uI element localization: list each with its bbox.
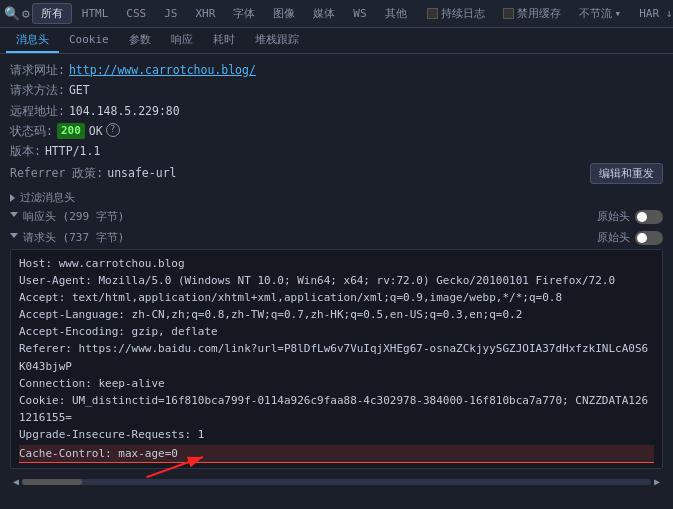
request-headers-body: Host: www.carrotchou.blog User-Agent: Mo… xyxy=(10,249,663,469)
request-headers-toggle[interactable]: 请求头 (737 字节) xyxy=(10,230,124,245)
tab-xhr[interactable]: XHR xyxy=(187,5,223,22)
tab-js[interactable]: JS xyxy=(156,5,185,22)
status-row: 状态码: 200 OK ? xyxy=(10,123,663,140)
header-line-useragent: User-Agent: Mozilla/5.0 (Windows NT 10.0… xyxy=(19,272,654,289)
status-text: OK xyxy=(89,123,103,140)
subtab-stack[interactable]: 堆栈跟踪 xyxy=(245,28,309,53)
scrollbar-track[interactable] xyxy=(22,479,651,485)
url-value[interactable]: http://www.carrotchou.blog/ xyxy=(69,62,256,79)
version-row: 版本: HTTP/1.1 xyxy=(10,143,663,160)
referrer-label: Referrer 政策: xyxy=(10,165,103,182)
header-line-accept-lang: Accept-Language: zh-CN,zh;q=0.8,zh-TW;q=… xyxy=(19,306,654,323)
status-help-icon[interactable]: ? xyxy=(106,123,120,137)
search-icon[interactable]: 🔍 xyxy=(4,4,20,24)
status-badge: 200 xyxy=(57,123,85,140)
cache-control-container: Cache-Control: max-age=0 xyxy=(19,445,654,463)
request-headers-toggle-switch: 原始头 xyxy=(597,230,663,245)
request-headers-label: 请求头 (737 字节) xyxy=(23,230,124,245)
subtab-headers[interactable]: 消息头 xyxy=(6,28,59,53)
subtab-response[interactable]: 响应 xyxy=(161,28,203,53)
request-toggle-label: 原始头 xyxy=(597,230,630,245)
tab-font[interactable]: 字体 xyxy=(225,4,263,23)
version-label: 版本: xyxy=(10,143,41,160)
throttle-btn[interactable]: 不节流 ▾ xyxy=(571,3,630,24)
header-line-referer: Referer: https://www.baidu.com/link?url=… xyxy=(19,340,654,374)
header-line-cache: Cache-Control: max-age=0 xyxy=(19,445,654,463)
response-headers-toggle-switch: 原始头 xyxy=(597,209,663,224)
version-value: HTTP/1.1 xyxy=(45,143,100,160)
request-headers-section: 请求头 (737 字节) 原始头 Host: www.carrotchou.bl… xyxy=(10,230,663,469)
method-value: GET xyxy=(69,82,90,99)
response-toggle-label: 原始头 xyxy=(597,209,630,224)
url-label: 请求网址: xyxy=(10,62,65,79)
filter-section-header[interactable]: 过滤消息头 xyxy=(10,190,663,205)
header-line-upgrade: Upgrade-Insecure-Requests: 1 xyxy=(19,426,654,443)
tab-image[interactable]: 图像 xyxy=(265,4,303,23)
disable-cache-checkbox xyxy=(503,8,514,19)
main-content: 请求网址: http://www.carrotchou.blog/ 请求方法: … xyxy=(0,54,673,509)
tab-other[interactable]: 其他 xyxy=(377,4,415,23)
sub-tabs: 消息头 Cookie 参数 响应 耗时 堆栈跟踪 xyxy=(0,28,673,54)
status-label: 状态码: xyxy=(10,123,53,140)
header-line-accept-enc: Accept-Encoding: gzip, deflate xyxy=(19,323,654,340)
referrer-row: Referrer 政策: unsafe-url 编辑和重发 xyxy=(10,163,663,184)
remote-row: 远程地址: 104.148.5.229:80 xyxy=(10,103,663,120)
tab-html[interactable]: HTML xyxy=(74,5,117,22)
scrollbar-thumb xyxy=(22,479,82,485)
response-toggle-track[interactable] xyxy=(635,210,663,224)
request-toggle-thumb xyxy=(637,233,647,243)
settings-icon[interactable]: ⚙ xyxy=(22,4,30,24)
persist-log-btn[interactable]: 持续日志 xyxy=(419,3,493,24)
persist-log-checkbox xyxy=(427,8,438,19)
horizontal-scrollbar[interactable]: ◀ ▶ xyxy=(10,475,663,489)
response-toggle-thumb xyxy=(637,212,647,222)
tab-all[interactable]: 所有 xyxy=(32,3,72,24)
referrer-value: unsafe-url xyxy=(107,165,176,182)
top-toolbar: 🔍 ⚙ 所有 HTML CSS JS XHR 字体 图像 媒体 WS 其他 持续… xyxy=(0,0,673,28)
method-row: 请求方法: GET xyxy=(10,82,663,99)
subtab-params[interactable]: 参数 xyxy=(119,28,161,53)
tab-ws[interactable]: WS xyxy=(345,5,374,22)
subtab-cookie[interactable]: Cookie xyxy=(59,29,119,52)
request-toggle-track[interactable] xyxy=(635,231,663,245)
subtab-timing[interactable]: 耗时 xyxy=(203,28,245,53)
edit-resend-button[interactable]: 编辑和重发 xyxy=(590,163,663,184)
scroll-right-arrow[interactable]: ▶ xyxy=(651,476,663,487)
header-line-accept: Accept: text/html,application/xhtml+xml,… xyxy=(19,289,654,306)
header-line-host: Host: www.carrotchou.blog xyxy=(19,255,654,272)
header-line-cookie: Cookie: UM_distinctid=16f810bca799f-0114… xyxy=(19,392,654,426)
response-headers-label: 响应头 (299 字节) xyxy=(23,209,124,224)
scroll-left-arrow[interactable]: ◀ xyxy=(10,476,22,487)
url-row: 请求网址: http://www.carrotchou.blog/ xyxy=(10,62,663,79)
method-label: 请求方法: xyxy=(10,82,65,99)
tab-css[interactable]: CSS xyxy=(118,5,154,22)
har-btn[interactable]: HAR ↓ xyxy=(631,4,673,23)
response-headers-section: 响应头 (299 字节) 原始头 xyxy=(10,209,663,224)
tab-media[interactable]: 媒体 xyxy=(305,4,343,23)
response-headers-toggle[interactable]: 响应头 (299 字节) xyxy=(10,209,124,224)
header-line-connection: Connection: keep-alive xyxy=(19,375,654,392)
remote-label: 远程地址: xyxy=(10,103,65,120)
remote-value: 104.148.5.229:80 xyxy=(69,103,180,120)
disable-cache-btn[interactable]: 禁用缓存 xyxy=(495,3,569,24)
filter-label: 过滤消息头 xyxy=(20,190,75,205)
